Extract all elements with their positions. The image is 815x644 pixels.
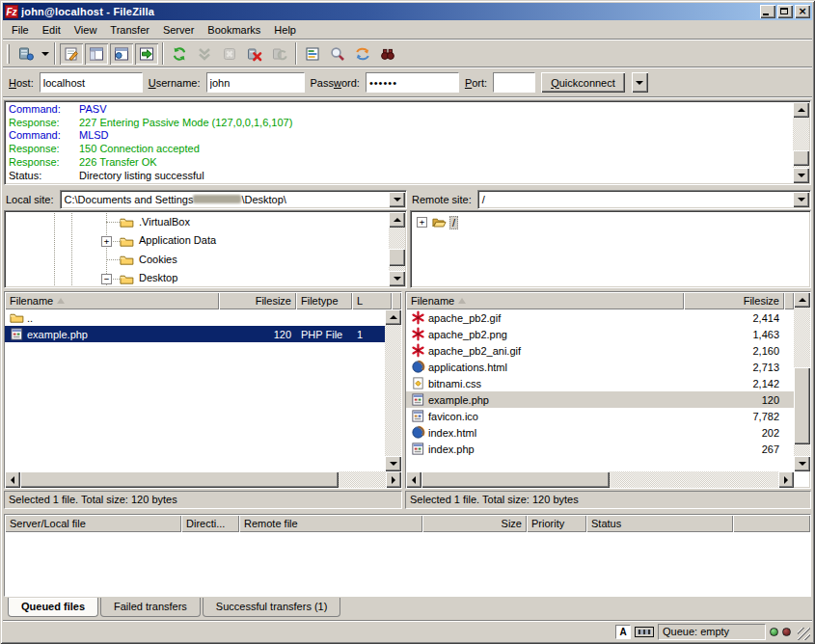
message-log-scrollbar[interactable] <box>793 102 809 183</box>
scrollbar-track[interactable] <box>793 118 809 168</box>
toolbar-button-compare[interactable] <box>326 43 349 65</box>
toolbar-button-process-queue[interactable] <box>193 43 216 65</box>
file-row-example-php[interactable]: example.php120PHP File1 <box>5 326 401 342</box>
column-header-filesize[interactable]: Filesize <box>219 292 296 309</box>
toolbar-button-toggle-remote-tree[interactable] <box>110 43 133 65</box>
quickconnect-button[interactable]: Quickconnect <box>541 72 625 93</box>
file-row-index-html[interactable]: index.html202 <box>406 424 810 441</box>
toolbar-button-disconnect[interactable] <box>243 43 266 65</box>
menu-file[interactable]: File <box>5 22 36 38</box>
scrollbar-thumb[interactable] <box>20 471 339 488</box>
toolbar-button-refresh[interactable] <box>168 43 191 65</box>
queue-column-remote-file[interactable]: Remote file <box>239 515 422 532</box>
queue-column-directi[interactable]: Directi... <box>181 515 239 532</box>
menu-edit[interactable]: Edit <box>36 22 68 38</box>
minimize-button[interactable] <box>760 5 775 18</box>
scroll-left-button[interactable] <box>406 471 421 488</box>
maximize-button[interactable] <box>777 5 793 18</box>
column-header-filesize[interactable]: Filesize <box>684 292 784 309</box>
toolbar-button-find[interactable] <box>376 43 399 65</box>
scrollbar-track[interactable] <box>20 471 386 488</box>
scrollbar-thumb[interactable] <box>421 471 610 488</box>
column-header-filename[interactable]: Filename <box>5 292 219 309</box>
remote-site-dropdown-button[interactable] <box>793 192 809 207</box>
username-field[interactable] <box>207 73 304 92</box>
tree-item-virtualbox[interactable]: .VirtualBox <box>7 213 404 232</box>
scroll-right-button[interactable] <box>778 471 794 488</box>
file-row-apache-pb2-png[interactable]: apache_pb2.png1,463 <box>406 326 810 342</box>
file-row-favicon-ico[interactable]: favicon.ico7,782 <box>406 408 810 424</box>
expand-icon[interactable]: + <box>101 236 112 247</box>
menu-help[interactable]: Help <box>267 22 303 38</box>
queue-column-status[interactable]: Status <box>586 515 733 532</box>
scrollbar-track[interactable] <box>794 308 810 456</box>
toolbar-button-site-manager-dropdown[interactable] <box>39 43 51 65</box>
remote-site-combobox[interactable]: / <box>477 190 811 209</box>
file-row-bitnami-css[interactable]: bitnami.css2,142 <box>406 375 810 391</box>
scrollbar-thumb[interactable] <box>794 367 810 444</box>
menu-bookmarks[interactable]: Bookmarks <box>201 22 267 38</box>
remote-list-scrollbar[interactable] <box>794 292 810 471</box>
close-button[interactable]: × <box>795 5 810 18</box>
host-field[interactable] <box>41 73 142 92</box>
scrollbar-track[interactable] <box>389 228 405 271</box>
transfer-type-indicator-icon[interactable]: A <box>615 625 631 639</box>
tree-item-cookies[interactable]: Cookies <box>7 251 404 270</box>
toolbar-grip[interactable] <box>7 44 10 64</box>
toolbar-button-site-manager[interactable] <box>14 43 38 65</box>
scroll-down-button[interactable] <box>794 456 810 471</box>
scroll-left-button[interactable] <box>5 471 20 488</box>
scroll-down-button[interactable] <box>389 271 405 286</box>
file-row-index-php[interactable]: index.php267 <box>406 441 810 457</box>
tree-item-application-data[interactable]: +Application Data <box>7 232 404 252</box>
queue-column-priority[interactable]: Priority <box>527 515 586 532</box>
toolbar-button-cancel[interactable] <box>218 43 241 65</box>
expand-icon[interactable]: + <box>417 217 427 228</box>
port-field[interactable] <box>494 73 534 92</box>
scroll-right-button[interactable] <box>386 471 401 488</box>
local-list-scrollbar[interactable] <box>385 309 401 471</box>
file-row-example-php[interactable]: example.php120 <box>406 391 810 408</box>
speed-limits-icon[interactable] <box>635 627 654 637</box>
scroll-up-button[interactable] <box>389 212 405 228</box>
column-header-filename[interactable]: Filename <box>406 292 684 309</box>
local-site-combobox[interactable]: C:\Documents and Settings\Desktop\ <box>60 190 407 209</box>
scrollbar-track[interactable] <box>385 325 401 456</box>
toolbar-button-toggle-queue[interactable] <box>135 43 158 65</box>
tree-item-root[interactable]: +/ <box>413 213 808 232</box>
column-header-l[interactable]: L <box>352 292 392 309</box>
tab-successful-transfers-1[interactable]: Successful transfers (1) <box>203 598 341 617</box>
scroll-down-button[interactable] <box>793 168 809 183</box>
scrollbar-thumb[interactable] <box>389 249 405 266</box>
file-row-apache-pb2-ani-gif[interactable]: apache_pb2_ani.gif2,160 <box>406 342 810 359</box>
scrollbar-thumb[interactable] <box>793 150 809 166</box>
queue-column-server-local-file[interactable]: Server/Local file <box>5 515 181 532</box>
collapse-icon[interactable]: − <box>101 274 112 284</box>
quickconnect-dropdown-button[interactable] <box>632 72 648 93</box>
scrollbar-track[interactable] <box>421 471 778 488</box>
remote-list-hscrollbar[interactable] <box>406 471 794 488</box>
resize-grip[interactable] <box>798 628 810 640</box>
password-field[interactable] <box>367 73 458 92</box>
toolbar-button-filter[interactable] <box>301 43 324 65</box>
file-row-apache-pb2-gif[interactable]: apache_pb2.gif2,414 <box>406 309 810 326</box>
local-tree-scrollbar[interactable] <box>389 212 405 286</box>
column-header-filetype[interactable]: Filetype <box>296 292 352 309</box>
toolbar-button-toggle-local-tree[interactable] <box>85 43 108 65</box>
local-site-dropdown-button[interactable] <box>389 192 405 207</box>
tab-failed-transfers[interactable]: Failed transfers <box>100 598 201 617</box>
toolbar-button-toggle-message-log[interactable] <box>60 43 83 65</box>
scroll-up-button[interactable] <box>793 102 809 118</box>
toolbar-button-sync-browse[interactable] <box>351 43 374 65</box>
queue-column-size[interactable]: Size <box>422 515 527 532</box>
local-list-hscrollbar[interactable] <box>5 471 401 488</box>
scroll-up-button[interactable] <box>794 292 810 308</box>
tree-item-desktop[interactable]: −Desktop <box>7 270 404 289</box>
menu-server[interactable]: Server <box>156 22 201 38</box>
scroll-down-button[interactable] <box>385 456 401 471</box>
tab-queued-files[interactable]: Queued files <box>8 598 98 617</box>
file-row-[interactable]: .. <box>5 309 401 326</box>
file-row-applications-html[interactable]: applications.html2,713 <box>406 359 810 375</box>
toolbar-button-reconnect[interactable] <box>268 43 291 65</box>
scroll-up-button[interactable] <box>385 309 401 325</box>
